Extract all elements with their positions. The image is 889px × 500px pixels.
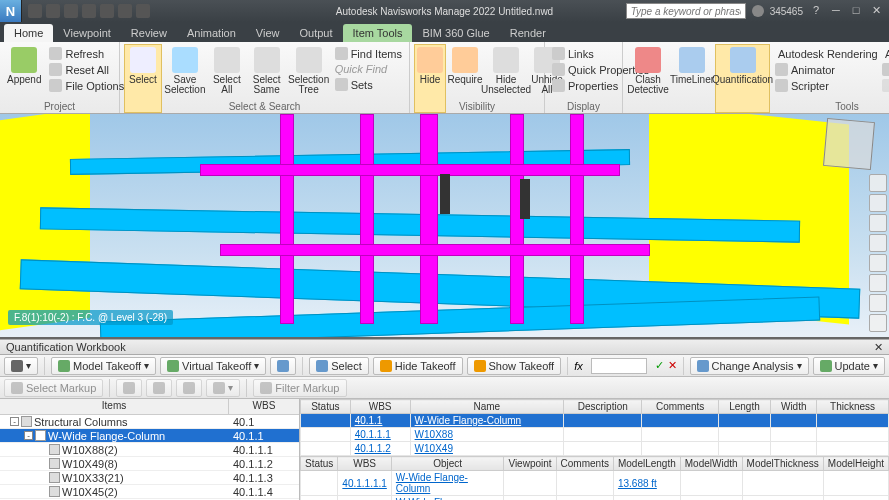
tree-col-items[interactable]: Items xyxy=(0,399,229,414)
appearance-profiler-button[interactable]: Appearance Profiler xyxy=(879,46,889,61)
grid-row[interactable]: 40.1.1.1W10X88 xyxy=(301,428,889,442)
change-analysis-button[interactable]: Change Analysis▾ xyxy=(690,357,809,375)
tree-row[interactable]: -W-Wide Flange-Column40.1.1 xyxy=(0,429,299,443)
tree-row[interactable]: W10X33(21)40.1.1.3 xyxy=(0,471,299,485)
viewpoint-button[interactable] xyxy=(176,379,202,397)
tab-bim360[interactable]: BIM 360 Glue xyxy=(412,24,499,42)
hide-takeoff-button[interactable]: Hide Takeoff xyxy=(373,357,463,375)
virtual-takeoff-button[interactable]: Virtual Takeoff▾ xyxy=(160,357,266,375)
tab-home[interactable]: Home xyxy=(4,24,53,42)
selection-label: F.8(1):10(-2) : F.C. @ Level 3 (-28) xyxy=(8,310,173,325)
compare-icon xyxy=(882,79,889,92)
file-options-button[interactable]: File Options xyxy=(46,78,127,93)
grid-row[interactable]: 40.1.1.1.2W-Wide Flange-Column13.125 ft xyxy=(301,496,889,501)
refresh-button[interactable]: Refresh xyxy=(46,46,127,61)
navigate-button[interactable] xyxy=(270,357,296,375)
grid-col[interactable]: Status xyxy=(301,457,338,471)
help-icon[interactable]: ? xyxy=(809,4,823,18)
grid-col[interactable]: Comments xyxy=(642,400,718,414)
tab-review[interactable]: Review xyxy=(121,24,177,42)
grid-col[interactable]: ModelHeight xyxy=(823,457,888,471)
qw-toolbar2: Select Markup ▾ Filter Markup xyxy=(0,377,889,399)
grid-objects[interactable]: StatusWBSObjectViewpointCommentsModelLen… xyxy=(300,456,889,500)
tree-row[interactable]: W10X88(2)40.1.1.1 xyxy=(0,443,299,457)
nav-pan-icon[interactable] xyxy=(869,194,887,212)
qat-undo-icon[interactable] xyxy=(100,4,114,18)
tab-item-tools[interactable]: Item Tools xyxy=(343,24,413,42)
grid-row[interactable]: 40.1.1.1.1W-Wide Flange-Column13.688 ft xyxy=(301,471,889,496)
qat-new-icon[interactable] xyxy=(28,4,42,18)
autodesk-rendering-button[interactable]: Autodesk Rendering xyxy=(772,46,877,61)
tab-output[interactable]: Output xyxy=(290,24,343,42)
grid-col[interactable]: Name xyxy=(410,400,563,414)
nav-zoom-icon[interactable] xyxy=(869,214,887,232)
tab-animation[interactable]: Animation xyxy=(177,24,246,42)
tree-row[interactable]: W10X49(8)40.1.1.2 xyxy=(0,457,299,471)
pick-button[interactable]: ▾ xyxy=(4,357,38,375)
tree-row[interactable]: W10X45(2)40.1.1.4 xyxy=(0,485,299,499)
grid-col[interactable]: Description xyxy=(564,400,642,414)
tab-viewpoint[interactable]: Viewpoint xyxy=(53,24,121,42)
grid-col[interactable]: WBS xyxy=(338,457,391,471)
model-takeoff-button[interactable]: Model Takeoff▾ xyxy=(51,357,156,375)
help-search-input[interactable] xyxy=(626,3,746,19)
tab-render[interactable]: Render xyxy=(500,24,556,42)
nav-wheel-icon[interactable] xyxy=(869,174,887,192)
grid-col[interactable]: Object xyxy=(391,457,504,471)
grid-col[interactable]: Length xyxy=(718,400,771,414)
grid-items[interactable]: StatusWBSNameDescriptionCommentsLengthWi… xyxy=(300,399,889,456)
scripter-button[interactable]: Scripter xyxy=(772,78,877,93)
grid-row[interactable]: 40.1.1.2W10X49 xyxy=(301,442,889,456)
user-icon[interactable] xyxy=(752,5,764,17)
batch-utility-button[interactable]: Batch Utility xyxy=(879,62,889,77)
maximize-button[interactable]: □ xyxy=(849,4,863,18)
select-markup-button[interactable]: Select Markup xyxy=(4,379,103,397)
fx-cancel-icon[interactable]: ✕ xyxy=(668,359,677,372)
grid-col[interactable]: ModelThickness xyxy=(742,457,823,471)
fx-accept-icon[interactable]: ✓ xyxy=(655,359,664,372)
grid-col[interactable]: WBS xyxy=(350,400,410,414)
formula-input[interactable] xyxy=(591,358,647,374)
filter-markup-button[interactable]: Filter Markup xyxy=(253,379,346,397)
qw-close-button[interactable]: ✕ xyxy=(874,341,883,354)
nav-select-icon[interactable] xyxy=(869,314,887,332)
show-takeoff-button[interactable]: Show Takeoff xyxy=(467,357,562,375)
grid-col[interactable]: Comments xyxy=(556,457,613,471)
sheets-button[interactable]: ▾ xyxy=(206,379,240,397)
qat-select-icon[interactable] xyxy=(136,4,150,18)
close-button[interactable]: ✕ xyxy=(869,4,883,18)
qat-redo-icon[interactable] xyxy=(118,4,132,18)
nav-orbit-icon[interactable] xyxy=(869,234,887,252)
nav-walk-icon[interactable] xyxy=(869,274,887,292)
tab-view[interactable]: View xyxy=(246,24,290,42)
nav-fly-icon[interactable] xyxy=(869,294,887,312)
tree-col-wbs[interactable]: WBS xyxy=(229,399,299,414)
viewcube[interactable] xyxy=(823,118,875,170)
qat-open-icon[interactable] xyxy=(46,4,60,18)
grid-row[interactable]: 40.1.1W-Wide Flange-Column xyxy=(301,414,889,428)
tree-row[interactable]: -Structural Columns40.1 xyxy=(0,415,299,429)
app-logo[interactable]: N xyxy=(0,0,22,22)
viewport-3d[interactable]: F.8(1):10(-2) : F.C. @ Level 3 (-28) xyxy=(0,114,889,339)
grid-col[interactable]: Status xyxy=(301,400,351,414)
select-takeoff-button[interactable]: Select xyxy=(309,357,369,375)
update-button[interactable]: Update▾ xyxy=(813,357,885,375)
grid-col[interactable]: ModelLength xyxy=(613,457,680,471)
nav-look-icon[interactable] xyxy=(869,254,887,272)
qat-print-icon[interactable] xyxy=(82,4,96,18)
grid-col[interactable]: Width xyxy=(771,400,817,414)
grid-button[interactable] xyxy=(146,379,172,397)
grid-col[interactable]: Viewpoint xyxy=(504,457,556,471)
reset-all-button[interactable]: Reset All xyxy=(46,62,127,77)
sets-button[interactable]: Sets xyxy=(332,77,405,92)
add-row-button[interactable] xyxy=(116,379,142,397)
grid-col[interactable]: ModelWidth xyxy=(680,457,742,471)
minimize-button[interactable]: ─ xyxy=(829,4,843,18)
quick-find-input[interactable]: Quick Find xyxy=(332,62,405,76)
qat-save-icon[interactable] xyxy=(64,4,78,18)
grid-col[interactable]: Thickness xyxy=(817,400,889,414)
find-items-button[interactable]: Find Items xyxy=(332,46,405,61)
update-icon xyxy=(820,360,832,372)
animator-button[interactable]: Animator xyxy=(772,62,877,77)
compare-button[interactable]: Compare xyxy=(879,78,889,93)
